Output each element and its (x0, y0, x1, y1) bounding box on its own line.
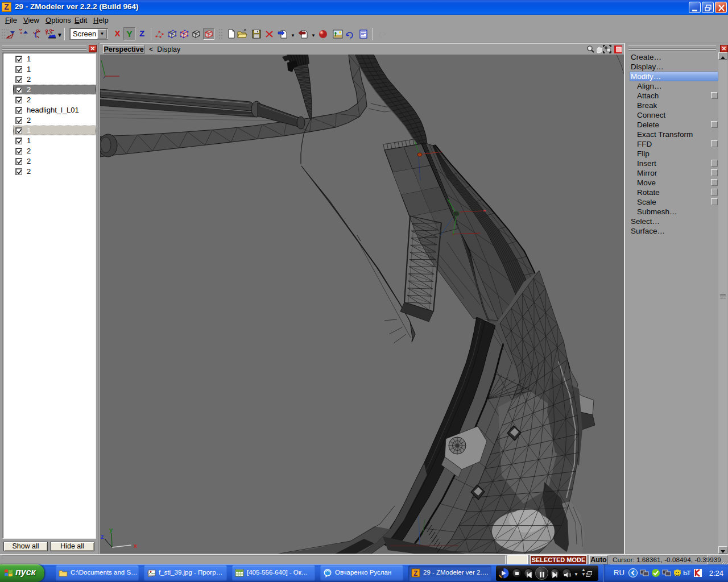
svg-text:x: x (134, 542, 138, 549)
svg-text:Z: Z (413, 569, 417, 577)
svg-text:y: y (109, 526, 113, 533)
svg-text:z: z (101, 533, 104, 540)
